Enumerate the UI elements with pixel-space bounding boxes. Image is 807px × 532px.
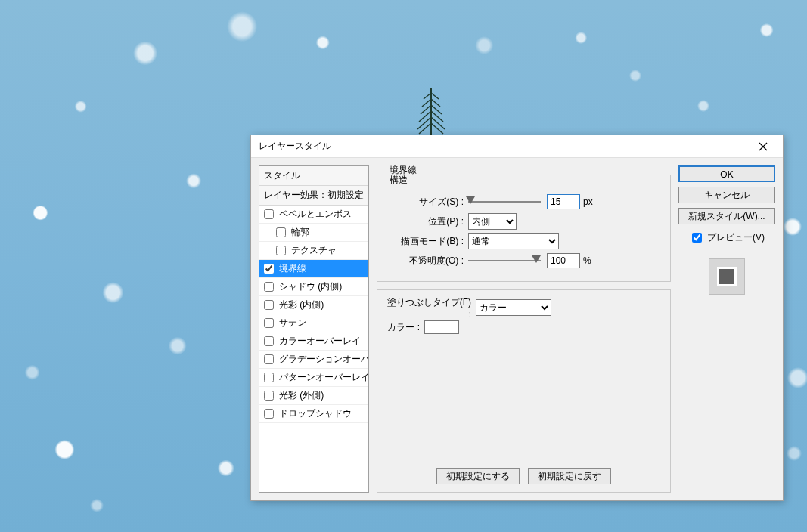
blend-mode-label: 描画モード(B) : [386,235,468,248]
style-item-checkbox[interactable] [264,373,274,382]
style-item-4[interactable]: シャドウ (内側) [259,278,368,296]
style-item-6[interactable]: サテン [259,314,368,332]
svg-line-2 [431,93,439,99]
style-item-label: 境界線 [279,262,306,275]
style-item-11[interactable]: ドロップシャドウ [259,405,368,423]
style-item-label: ベベルとエンボス [279,208,352,221]
size-input[interactable] [547,194,580,209]
opacity-slider[interactable] [468,253,541,268]
dialog-title: レイヤースタイル [259,140,748,153]
close-icon [759,142,768,151]
style-item-checkbox[interactable] [264,300,274,310]
color-swatch[interactable] [424,320,459,334]
tree-graphic [416,79,446,140]
style-item-5[interactable]: 光彩 (内側) [259,296,368,314]
blend-mode-select[interactable]: 通常 [468,233,559,249]
style-item-label: ドロップシャドウ [279,407,352,420]
style-item-checkbox[interactable] [264,391,274,401]
styles-header[interactable]: スタイル [259,166,368,186]
styles-list: スタイル レイヤー効果：初期設定 ベベルとエンボス輪郭テクスチャ境界線シャドウ … [259,165,369,493]
svg-line-11 [419,123,431,134]
structure-fieldset: 境界線 構造 サイズ(S) : px 位置(P) : 内側 [377,165,671,282]
svg-line-3 [422,99,431,107]
style-item-checkbox[interactable] [264,354,274,364]
style-item-1[interactable]: 輪郭 [259,224,368,242]
reset-default-button[interactable]: 初期設定に戻す [528,468,611,484]
opacity-unit: % [583,255,591,266]
style-item-label: パターンオーバーレイ [279,371,369,384]
svg-line-7 [419,111,431,122]
size-label: サイズ(S) : [386,196,468,209]
fill-type-select[interactable]: カラー [476,299,551,316]
style-item-checkbox[interactable] [264,336,274,346]
fill-type-label: 塗りつぶしタイプ(F) : [386,296,476,320]
style-item-checkbox[interactable] [264,282,274,292]
new-style-button[interactable]: 新規スタイル(W)... [678,208,775,224]
style-item-label: サテン [279,317,306,329]
style-item-3[interactable]: 境界線 [259,260,368,278]
titlebar: レイヤースタイル [251,135,783,158]
cancel-button[interactable]: キャンセル [678,187,775,203]
style-item-label: テクスチャ [291,244,337,257]
svg-line-4 [431,99,440,107]
style-item-checkbox[interactable] [276,227,286,237]
style-item-2[interactable]: テクスチャ [259,242,368,260]
style-item-8[interactable]: グラデーションオーバーレイ [259,351,368,369]
style-item-label: 光彩 (外側) [279,389,324,402]
fill-fieldset: 塗りつぶしタイプ(F) : カラー カラー : 初期設定にする 初期設定に戻す [377,289,671,493]
size-unit: px [583,196,593,207]
style-item-label: 輪郭 [291,226,309,239]
style-item-9[interactable]: パターンオーバーレイ [259,369,368,387]
preview-label: プレビュー(V) [707,231,765,244]
layer-style-dialog: レイヤースタイル スタイル レイヤー効果：初期設定 ベベルとエンボス輪郭テクスチ… [250,135,784,501]
style-item-checkbox[interactable] [264,318,274,328]
position-label: 位置(P) : [386,215,468,228]
preview-checkbox[interactable] [692,233,702,243]
style-item-label: カラーオーバーレイ [279,335,361,348]
close-button[interactable] [748,136,778,157]
svg-line-1 [424,93,431,99]
style-item-checkbox[interactable] [264,409,274,419]
style-item-0[interactable]: ベベルとエンボス [259,206,368,224]
style-item-label: 光彩 (内側) [279,298,324,311]
style-item-label: グラデーションオーバーレイ [279,353,369,366]
make-default-button[interactable]: 初期設定にする [436,468,520,484]
opacity-input[interactable] [547,253,580,268]
svg-line-8 [431,111,443,122]
structure-legend: 境界線 構造 [386,165,420,184]
style-item-10[interactable]: 光彩 (外側) [259,387,368,405]
preview-checkbox-row[interactable]: プレビュー(V) [678,230,775,245]
style-item-label: シャドウ (内側) [279,280,342,293]
svg-line-10 [431,117,445,129]
color-label: カラー : [386,321,424,334]
ok-button[interactable]: OK [678,165,775,182]
preview-swatch [709,258,745,295]
style-item-7[interactable]: カラーオーバーレイ [259,332,368,351]
svg-line-12 [431,123,443,134]
styles-subheader[interactable]: レイヤー効果：初期設定 [259,186,368,206]
style-item-checkbox[interactable] [276,246,286,255]
style-item-checkbox[interactable] [264,264,274,274]
position-select[interactable]: 内側 [468,213,517,230]
svg-line-9 [417,117,431,129]
opacity-label: 不透明度(O) : [386,255,468,268]
size-slider[interactable] [468,194,541,209]
style-item-checkbox[interactable] [264,209,274,219]
